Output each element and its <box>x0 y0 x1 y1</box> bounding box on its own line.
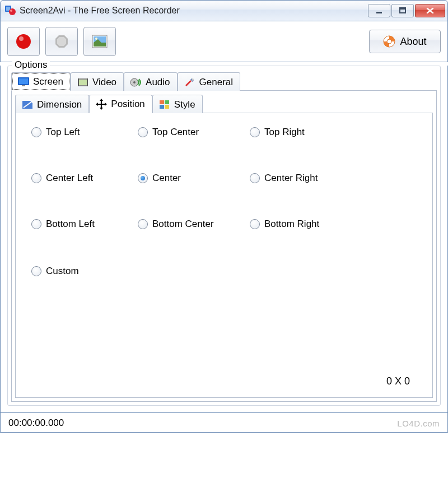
svg-marker-10 <box>57 37 66 46</box>
svg-rect-18 <box>19 78 28 84</box>
subtab-style-label: Style <box>174 99 195 110</box>
sub-tabs: Dimension Position Style <box>15 94 433 113</box>
svg-rect-4 <box>376 12 382 13</box>
picture-icon <box>91 34 108 49</box>
film-icon <box>77 77 89 88</box>
minimize-button[interactable] <box>368 4 390 17</box>
snapshot-button[interactable] <box>83 27 116 56</box>
subtab-style[interactable]: Style <box>152 95 203 113</box>
stop-button[interactable] <box>45 27 78 56</box>
radio-icon <box>250 127 260 137</box>
svg-point-2 <box>9 8 16 15</box>
radio-label: Bottom Left <box>46 219 95 230</box>
position-dimensions: 0 X 0 <box>386 375 410 387</box>
tab-general[interactable]: General <box>178 72 240 91</box>
radio-label: Custom <box>46 266 79 277</box>
svg-rect-33 <box>160 100 164 104</box>
svg-point-26 <box>192 78 194 81</box>
svg-point-14 <box>95 38 97 40</box>
app-icon <box>5 5 16 16</box>
maximize-button[interactable] <box>391 4 414 17</box>
statusbar: 00:00:00.000 LO4D.com <box>0 413 448 433</box>
svg-rect-35 <box>160 105 164 109</box>
svg-rect-6 <box>400 8 405 10</box>
radio-label: Top Center <box>152 127 199 138</box>
svg-rect-22 <box>78 78 79 86</box>
svg-marker-29 <box>100 99 103 101</box>
radio-icon <box>31 219 41 229</box>
radio-bottom-right[interactable]: Bottom Right <box>250 219 362 230</box>
position-grid: Top Left Top Center Top Right Center Lef… <box>31 127 417 230</box>
subtab-dimension[interactable]: Dimension <box>15 95 89 113</box>
window-controls <box>368 4 445 17</box>
svg-rect-21 <box>79 80 87 85</box>
titlebar: Screen2Avi - The Free Screen Recorder <box>0 0 448 21</box>
radio-top-right[interactable]: Top Right <box>250 127 362 138</box>
svg-point-8 <box>19 36 24 41</box>
tab-video-label: Video <box>92 77 116 88</box>
radio-top-center[interactable]: Top Center <box>138 127 250 138</box>
svg-marker-30 <box>100 108 103 110</box>
radio-icon <box>31 173 41 183</box>
radio-icon <box>250 173 260 183</box>
sound-icon <box>130 77 142 88</box>
radio-label: Bottom Right <box>264 219 319 230</box>
radio-center-right[interactable]: Center Right <box>250 173 362 184</box>
radio-icon <box>31 127 41 137</box>
stop-icon <box>53 33 70 50</box>
minimize-icon <box>375 7 383 15</box>
radio-icon <box>138 219 148 229</box>
svg-rect-23 <box>87 78 88 86</box>
svg-rect-5 <box>400 8 405 13</box>
tab-panel-screen: Dimension Position Style Top Left Top Ce… <box>11 91 437 402</box>
status-time: 00:00:00.000 <box>8 418 64 429</box>
options-label: Options <box>12 59 50 71</box>
window-title: Screen2Avi - The Free Screen Recorder <box>20 6 368 16</box>
svg-point-25 <box>133 81 136 84</box>
record-icon <box>15 33 32 50</box>
move-icon <box>95 99 108 110</box>
options-group: Options Screen Video Audio General <box>7 66 441 406</box>
svg-marker-31 <box>96 103 98 106</box>
svg-marker-32 <box>105 103 107 106</box>
radio-label: Top Left <box>46 127 80 138</box>
tab-screen-label: Screen <box>33 76 63 87</box>
radio-bottom-left[interactable]: Bottom Left <box>31 219 138 230</box>
subtab-position[interactable]: Position <box>89 95 152 113</box>
close-button[interactable] <box>415 4 445 17</box>
subtab-dimension-label: Dimension <box>37 99 82 110</box>
tab-video[interactable]: Video <box>71 72 124 91</box>
svg-rect-36 <box>165 105 169 109</box>
about-button[interactable]: About <box>369 30 441 53</box>
svg-rect-19 <box>22 85 25 86</box>
radio-top-left[interactable]: Top Left <box>31 127 138 138</box>
watermark: LO4D.com <box>397 419 440 428</box>
tab-audio-label: Audio <box>146 77 170 88</box>
tools-icon <box>184 77 196 88</box>
radio-center[interactable]: Center <box>138 173 250 184</box>
subtab-position-label: Position <box>111 99 144 110</box>
radio-icon <box>31 266 41 276</box>
dimension-icon <box>21 99 34 110</box>
svg-point-16 <box>387 39 391 44</box>
radio-bottom-center[interactable]: Bottom Center <box>138 219 250 230</box>
radio-custom[interactable]: Custom <box>31 266 417 277</box>
tab-screen[interactable]: Screen <box>11 72 71 91</box>
radio-center-left[interactable]: Center Left <box>31 173 138 184</box>
radio-label: Bottom Center <box>152 219 214 230</box>
monitor-icon <box>17 76 30 87</box>
tab-audio[interactable]: Audio <box>124 72 177 91</box>
about-label: About <box>400 36 426 48</box>
maximize-icon <box>399 7 407 15</box>
close-icon <box>426 7 435 15</box>
radio-icon <box>138 173 148 183</box>
radio-label: Top Right <box>264 127 305 138</box>
position-panel: Top Left Top Center Top Right Center Lef… <box>15 113 433 398</box>
toolbar: About <box>0 21 448 62</box>
tab-general-label: General <box>199 77 233 88</box>
radio-label: Center Right <box>264 173 318 184</box>
record-button[interactable] <box>7 27 40 56</box>
main-tabs: Screen Video Audio General <box>11 72 437 91</box>
content-area: Options Screen Video Audio General <box>0 66 448 413</box>
svg-rect-34 <box>165 100 169 104</box>
